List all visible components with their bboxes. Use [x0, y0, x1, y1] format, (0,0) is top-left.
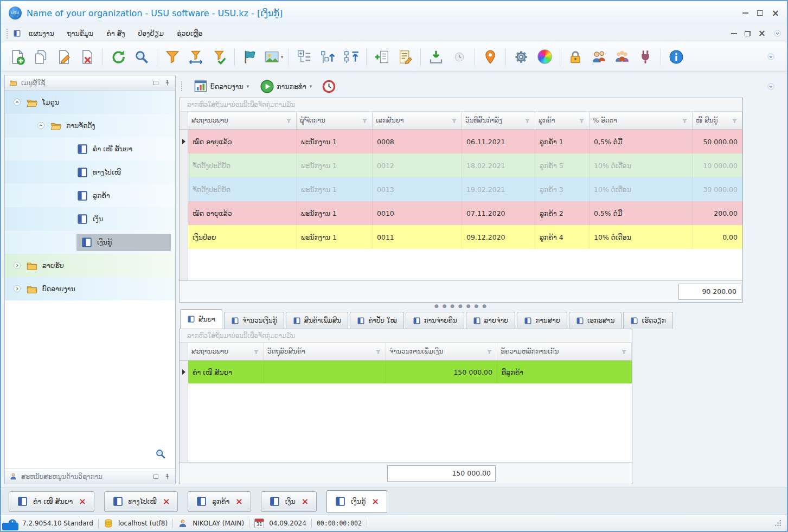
notes-button[interactable] — [394, 46, 416, 68]
fil​ter-funnel-icon[interactable] — [731, 117, 739, 125]
tab-contract-offer[interactable]: ຄໍາ ເໜີ ສັນຍາ × — [9, 491, 94, 512]
column-header-customer[interactable]: ລູກຄ້າ — [535, 112, 590, 129]
column-header-status[interactable]: ສະຖານະພາບ — [188, 112, 297, 129]
column-header-manager[interactable]: ຜູ້ຈັດການ — [297, 112, 373, 129]
panel-float-button[interactable] — [153, 81, 158, 85]
expand-node-icon[interactable] — [12, 261, 22, 270]
reports-dropdown-button[interactable]: ບົດລາຍງານ ▾ — [190, 76, 252, 96]
subtab-collateral[interactable]: ສິນຄ້າເພີ່ມສິນ — [286, 312, 349, 329]
image-button[interactable]: ▾ — [262, 46, 284, 68]
filter-funnel-icon[interactable] — [450, 117, 458, 125]
subtab-fines[interactable]: ຄ່າປັບ ໃໝ — [350, 312, 403, 329]
tab-customers[interactable]: ລູກຄ້າ × — [188, 491, 251, 512]
lock-button[interactable] — [565, 46, 586, 68]
menu-item-windows[interactable]: ປ່ອງຢ້ຽມ — [133, 27, 169, 40]
tree-search-icon[interactable] — [155, 448, 166, 460]
subtab-documents[interactable]: ເອກະສານ — [569, 312, 622, 329]
filter-funnel-icon[interactable] — [252, 348, 260, 356]
filter-funnel-icon[interactable] — [681, 117, 689, 125]
plugin-button[interactable] — [635, 46, 656, 68]
tree-item-customers[interactable]: ລູກຄ້າ — [5, 184, 175, 207]
new-record-button[interactable] — [7, 46, 28, 68]
horizontal-splitter[interactable]: ● ● ● ● ● ● ● — [179, 303, 743, 309]
column-header-date[interactable]: ວັນທີສິ້ນກໍາລັງ — [462, 112, 535, 129]
access-rights-button[interactable] — [588, 46, 610, 68]
table-row[interactable]: ເງິນປ່ອຍ ພະນັກງານ 1 0011 09.12.2020 ລູກຄ… — [180, 225, 742, 249]
menu-item-help[interactable]: ຊ່ວຍເຫຼືອ — [171, 27, 208, 40]
column-header-amount[interactable]: ຈໍານວນການເພີ່ມເງິນ — [386, 343, 497, 360]
subtab-expenses[interactable]: ລາຍຈ່າຍ — [466, 312, 516, 329]
menu-customize-chevron-icon[interactable] — [773, 29, 781, 37]
tree-item-directions[interactable]: ທາງໄປເໜີ — [5, 161, 175, 184]
subtab-schedule[interactable]: ການສາຍ — [517, 312, 567, 329]
filter-funnel-icon[interactable] — [374, 348, 382, 356]
resize-grip[interactable] — [774, 520, 781, 527]
tab-close-icon[interactable]: × — [371, 497, 379, 506]
dropdown-caret-icon[interactable]: ▾ — [281, 54, 284, 60]
tree-item-income[interactable]: ລາຍຮັບ — [5, 254, 175, 277]
column-header-status[interactable]: ສະຖານະພາບ — [188, 343, 264, 360]
tree-item-organization[interactable]: ການຈັດຕັ້ງ — [5, 114, 175, 137]
filter-funnel-icon[interactable] — [578, 117, 586, 125]
menu-item-program[interactable]: ແຜນງານ — [23, 27, 60, 40]
subtab-repayment[interactable]: ການຈ່າຍຄືນ — [406, 312, 464, 329]
minimize-button[interactable] — [742, 12, 748, 14]
delete-button[interactable] — [76, 46, 98, 68]
menu-drag-grip[interactable] — [7, 29, 9, 39]
mdi-close-button[interactable]: × — [758, 29, 766, 38]
timer-button[interactable] — [319, 77, 338, 95]
filter-funnel-icon[interactable] — [620, 348, 628, 356]
maximize-button[interactable] — [757, 10, 763, 16]
collapse-all-button[interactable] — [340, 46, 362, 68]
subtab-loan-amount[interactable]: ຈໍານວນເງິນກູ້ — [224, 312, 284, 329]
filter-transfer-button[interactable] — [185, 46, 207, 68]
subtab-work[interactable]: ເຮັດວຽກ — [623, 312, 672, 329]
filter-apply-button[interactable] — [208, 46, 230, 68]
column-header-object[interactable]: ວັດຖຸລັບສິນຄ້າ — [264, 343, 386, 360]
tree-item-loans[interactable]: ເງິນກູ້ — [5, 230, 175, 254]
filter-funnel-icon[interactable] — [485, 348, 494, 356]
collapse-node-icon[interactable] — [36, 121, 46, 130]
flag-button[interactable] — [239, 46, 261, 68]
mdi-minimize-button[interactable] — [731, 33, 737, 34]
tab-close-icon[interactable]: × — [163, 497, 170, 506]
tab-close-icon[interactable]: × — [235, 497, 242, 506]
toolbar-drag-grip[interactable] — [181, 81, 183, 91]
add-field-button[interactable] — [371, 46, 393, 68]
tree-item-modules[interactable]: ໂມດູນ — [5, 91, 175, 114]
tree-item-money[interactable]: ເງິນ — [5, 207, 175, 230]
location-button[interactable] — [479, 46, 501, 68]
search-button[interactable] — [131, 46, 152, 68]
table-row[interactable]: ໝົດ ອາຍຸແລ້ວ ພະນັກງານ 1 0008 06.11.2021 … — [180, 130, 742, 153]
collapse-level-button[interactable] — [317, 46, 338, 68]
pin-icon[interactable] — [164, 79, 171, 86]
filter-funnel-icon[interactable] — [361, 117, 369, 125]
collapse-node-icon[interactable] — [12, 98, 22, 107]
tab-loans[interactable]: ເງິນກູ້ × — [326, 490, 387, 513]
color-theme-button[interactable] — [534, 46, 555, 68]
tab-directions[interactable]: ທາງໄປເໜີ × — [104, 491, 178, 512]
info-button[interactable] — [665, 46, 687, 68]
table-row[interactable]: ຈັດຕັ້ງປະຕິບັດ ພະນັກງານ 1 0013 19.02.202… — [180, 177, 742, 201]
column-header-rate[interactable]: % ອັດຕາ — [590, 112, 693, 129]
copy-button[interactable] — [30, 46, 52, 68]
history-button[interactable] — [449, 46, 470, 68]
menu-item-database[interactable]: ຖານຂໍ້ມູນ — [62, 27, 99, 40]
tab-close-icon[interactable]: × — [302, 497, 309, 506]
close-button[interactable]: × — [772, 9, 779, 18]
show-hierarchy-button[interactable] — [293, 46, 315, 68]
filter-funnel-icon[interactable] — [523, 117, 531, 125]
panel-float-button[interactable] — [153, 475, 158, 479]
mdi-restore-button[interactable] — [745, 31, 751, 36]
column-header-note[interactable]: ຂໍ້ຄວາມຫລັກການເກັນ — [497, 343, 632, 360]
column-header-debt[interactable]: ໜີ້ ສິນກູ້ — [693, 112, 742, 129]
expand-node-icon[interactable] — [12, 284, 22, 293]
subtab-contract[interactable]: ສັນຍາ — [180, 309, 222, 329]
edit-button[interactable] — [53, 46, 75, 68]
actions-dropdown-button[interactable]: ການກະທໍາ ▾ — [257, 77, 315, 96]
refresh-button[interactable] — [107, 46, 129, 68]
column-header-contract[interactable]: ເລກສັນຍາ — [373, 112, 462, 129]
table-row[interactable]: ຄໍາ ເໜີ ສັນຍາ 150 000.00 ທີ່ລູກຄ້າ — [180, 361, 632, 383]
tree-item-contract-offer[interactable]: ຄໍາ ເໜີ ສັນຍາ — [5, 137, 175, 161]
tab-money[interactable]: ເງິນ × — [261, 491, 317, 512]
